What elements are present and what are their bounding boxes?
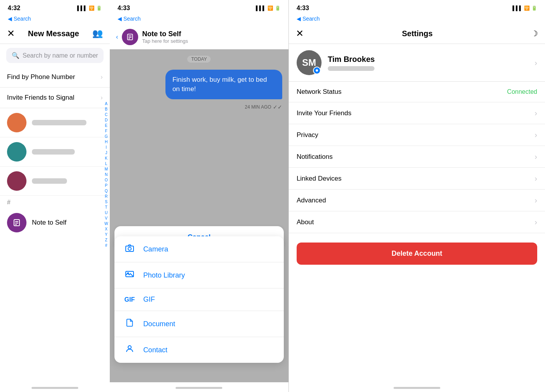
home-indicator-1 bbox=[0, 382, 110, 392]
close-button-3[interactable]: ✕ bbox=[296, 28, 304, 39]
privacy-item[interactable]: Privacy › bbox=[289, 124, 545, 146]
alpha-letter-h[interactable]: H bbox=[104, 139, 109, 144]
note-to-self-avatar bbox=[7, 213, 26, 232]
alpha-letter-x[interactable]: X bbox=[104, 227, 109, 232]
contact-option[interactable]: Contact bbox=[114, 337, 284, 363]
svg-point-13 bbox=[316, 69, 318, 72]
dark-mode-icon[interactable]: ☽ bbox=[531, 29, 538, 38]
status-icons-2: ▌▌▌ 🛜 🔋 bbox=[256, 5, 281, 11]
home-bar-1 bbox=[32, 387, 78, 389]
linked-devices-item[interactable]: Linked Devices › bbox=[289, 168, 545, 190]
message-meta: 24 MIN AGO ✓✓ bbox=[245, 104, 282, 110]
alpha-letter-e[interactable]: E bbox=[104, 123, 109, 128]
back-search-1[interactable]: ◀ Search bbox=[0, 14, 110, 25]
advanced-item[interactable]: Advanced › bbox=[289, 190, 545, 211]
search-icon-1: 🔍 bbox=[12, 52, 19, 59]
advanced-label: Advanced bbox=[297, 197, 326, 204]
alpha-letter-q[interactable]: Q bbox=[104, 188, 109, 193]
battery-icon-3: 🔋 bbox=[531, 5, 537, 11]
alpha-letter-#[interactable]: # bbox=[104, 243, 109, 248]
nav-title-3: Settings bbox=[402, 29, 432, 38]
time-3: 4:33 bbox=[297, 5, 309, 12]
invite-friends-item-3[interactable]: Invite Your Friends › bbox=[289, 102, 545, 124]
about-item[interactable]: About › bbox=[289, 211, 545, 233]
alpha-letter-l[interactable]: L bbox=[104, 161, 109, 166]
date-label: TODAY bbox=[187, 56, 211, 63]
camera-badge-icon bbox=[315, 69, 319, 72]
status-bar-1: 4:32 ▌▌▌ 🛜 🔋 bbox=[0, 0, 110, 14]
contact-row-2[interactable] bbox=[0, 137, 110, 167]
alpha-letter-c[interactable]: C bbox=[104, 112, 109, 117]
back-button-chat[interactable]: ‹ bbox=[116, 33, 118, 40]
wifi-icon: 🛜 bbox=[89, 5, 95, 11]
alpha-letter-u[interactable]: U bbox=[104, 210, 109, 215]
contact-name-blur-2 bbox=[32, 149, 75, 155]
alpha-letter-i[interactable]: I bbox=[104, 145, 109, 150]
alpha-letter-j[interactable]: J bbox=[104, 150, 109, 155]
note-to-self-row[interactable]: Note to Self bbox=[0, 207, 110, 238]
phone2-chat: 4:33 ▌▌▌ 🛜 🔋 ◀ Search ‹ Note to Self Tap… bbox=[110, 0, 289, 392]
chat-header-info[interactable]: Note to Self Tap here for settings bbox=[142, 30, 282, 44]
signal-icon-3: ▌▌▌ bbox=[512, 5, 522, 11]
alpha-letter-n[interactable]: N bbox=[104, 172, 109, 177]
close-button-1[interactable]: ✕ bbox=[7, 28, 15, 39]
phone1-new-message: 4:32 ▌▌▌ 🛜 🔋 ◀ Search ✕ New Message 👥 🔍 … bbox=[0, 0, 110, 392]
alpha-letter-g[interactable]: G bbox=[104, 134, 109, 139]
alphabet-index[interactable]: ABCDEFGHIJKLMNOPQRSTUVWXYZ# bbox=[104, 101, 109, 248]
network-status-label: Network Status bbox=[297, 88, 341, 96]
network-status-value: Connected bbox=[507, 88, 537, 95]
document-option[interactable]: Document bbox=[114, 311, 284, 337]
photo-library-option[interactable]: Photo Library bbox=[114, 262, 284, 288]
note-to-self-label: Note to Self bbox=[32, 219, 67, 227]
camera-option[interactable]: Camera bbox=[114, 236, 284, 262]
find-by-phone-label: Find by Phone Number bbox=[7, 73, 75, 81]
wifi-icon-2: 🛜 bbox=[267, 5, 273, 11]
alpha-letter-f[interactable]: F bbox=[104, 128, 109, 134]
alpha-letter-b[interactable]: B bbox=[104, 107, 109, 112]
gif-label: GIF bbox=[143, 295, 155, 304]
alpha-letter-s[interactable]: S bbox=[104, 199, 109, 204]
home-bar-3 bbox=[394, 387, 440, 389]
alpha-letter-r[interactable]: R bbox=[104, 194, 109, 199]
phone3-settings: 4:33 ▌▌▌ 🛜 🔋 ◀ Search ✕ Settings ☽ SM Ti… bbox=[289, 0, 545, 392]
find-by-phone-item[interactable]: Find by Phone Number › bbox=[0, 67, 110, 88]
chat-subtitle: Tap here for settings bbox=[142, 38, 282, 44]
document-label: Document bbox=[143, 320, 175, 328]
home-bar-2 bbox=[176, 387, 222, 389]
delete-account-button[interactable]: Delete Account bbox=[297, 243, 537, 265]
chevron-privacy: › bbox=[534, 130, 537, 139]
battery-icon-2: 🔋 bbox=[275, 5, 281, 11]
alpha-letter-k[interactable]: K bbox=[104, 156, 109, 161]
alpha-letter-m[interactable]: M bbox=[104, 167, 109, 172]
contact-label: Contact bbox=[143, 346, 167, 354]
invite-friends-label-3: Invite Your Friends bbox=[297, 109, 352, 117]
privacy-label: Privacy bbox=[297, 131, 318, 139]
settings-user-row[interactable]: SM Tim Brookes › bbox=[289, 44, 545, 82]
alpha-letter-a[interactable]: A bbox=[104, 101, 109, 106]
back-search-2[interactable]: ◀ Search bbox=[110, 14, 288, 25]
contact-name-blur-1 bbox=[32, 120, 86, 125]
user-name: Tim Brookes bbox=[328, 55, 528, 64]
alpha-letter-v[interactable]: V bbox=[104, 216, 109, 221]
camera-icon bbox=[124, 243, 135, 255]
contact-icon bbox=[124, 344, 135, 356]
alpha-letter-y[interactable]: Y bbox=[104, 232, 109, 237]
document-icon bbox=[124, 318, 135, 330]
chevron-advanced: › bbox=[534, 196, 537, 205]
invite-friends-item[interactable]: Invite Friends to Signal › bbox=[0, 88, 110, 108]
alpha-letter-p[interactable]: P bbox=[104, 183, 109, 188]
alpha-letter-z[interactable]: Z bbox=[104, 237, 109, 243]
alpha-letter-t[interactable]: T bbox=[104, 205, 109, 210]
notifications-item[interactable]: Notifications › bbox=[289, 146, 545, 168]
alpha-letter-o[interactable]: O bbox=[104, 178, 109, 183]
contact-row-1[interactable] bbox=[0, 108, 110, 137]
alpha-letter-d[interactable]: D bbox=[104, 118, 109, 123]
search-placeholder-1: Search by name or number bbox=[23, 52, 98, 59]
back-search-3[interactable]: ◀ Search bbox=[289, 14, 545, 25]
gif-option[interactable]: GIF GIF bbox=[114, 288, 284, 311]
contact-row-3[interactable] bbox=[0, 167, 110, 196]
wifi-icon-3: 🛜 bbox=[524, 5, 530, 11]
add-group-button[interactable]: 👥 bbox=[92, 28, 103, 39]
alpha-letter-w[interactable]: W bbox=[104, 221, 109, 226]
search-bar-1[interactable]: 🔍 Search by name or number bbox=[6, 48, 104, 63]
